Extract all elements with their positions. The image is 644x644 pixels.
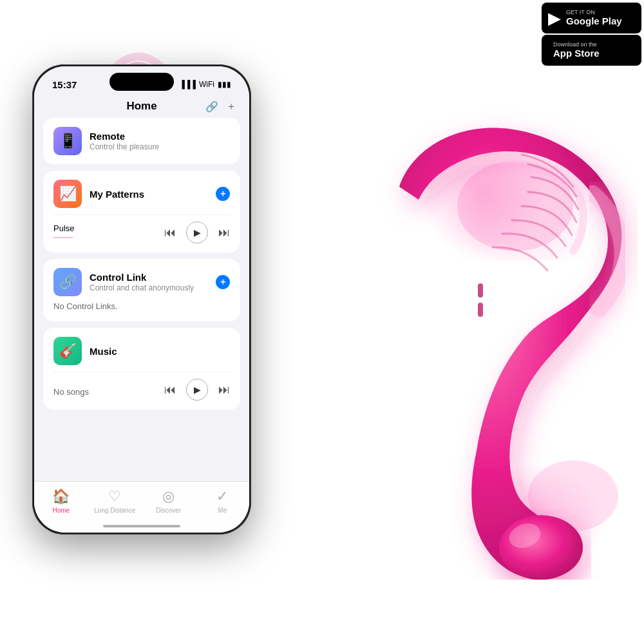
control-icon: 🔗 bbox=[53, 268, 82, 296]
nav-header: Home 🔗 ＋ bbox=[34, 95, 249, 118]
svg-point-4 bbox=[506, 520, 544, 553]
music-icon: 🎸 bbox=[53, 337, 82, 365]
long-distance-tab-icon: ♡ bbox=[108, 488, 121, 505]
control-link-card[interactable]: 🔗 Control Link Control and chat anonymou… bbox=[43, 259, 240, 321]
patterns-add-button[interactable]: ＋ bbox=[216, 187, 230, 201]
no-songs-text: No songs bbox=[53, 382, 89, 398]
phone-container: 15:37 ▐▐▐ WiFi ▮▮▮ Home 🔗 ＋ bbox=[32, 64, 251, 535]
link-icon[interactable]: 🔗 bbox=[205, 100, 218, 113]
music-card[interactable]: 🎸 Music No songs ⏮ ▶ ⏭ bbox=[43, 328, 240, 410]
tab-me[interactable]: ✓ Me bbox=[196, 488, 250, 514]
control-title: Control Link bbox=[90, 272, 208, 283]
svg-point-2 bbox=[528, 460, 618, 531]
status-icons: ▐▐▐ WiFi ▮▮▮ bbox=[179, 80, 231, 89]
svg-rect-6 bbox=[478, 303, 483, 317]
google-play-big-text: Google Play bbox=[566, 15, 622, 27]
prev-button[interactable]: ⏮ bbox=[164, 226, 176, 240]
music-next-button[interactable]: ⏭ bbox=[218, 383, 230, 397]
nav-title: Home bbox=[126, 100, 156, 113]
google-play-small-text: GET IT ON bbox=[566, 9, 622, 16]
dynamic-island bbox=[109, 73, 174, 91]
play-button[interactable]: ▶ bbox=[186, 222, 208, 243]
tab-long-distance[interactable]: ♡ Long Distance bbox=[88, 488, 142, 514]
nav-actions: 🔗 ＋ bbox=[205, 100, 236, 113]
phone-scroll: 📱 Remote Control the pleasure 📈 My Patte… bbox=[34, 118, 249, 485]
product-glow-bottom bbox=[464, 464, 605, 580]
long-distance-tab-label: Long Distance bbox=[94, 507, 135, 514]
music-title: Music bbox=[90, 346, 230, 357]
add-icon[interactable]: ＋ bbox=[226, 100, 236, 113]
app-store-big-text: App Store bbox=[553, 48, 600, 59]
patterns-icon: 📈 bbox=[53, 180, 82, 208]
product-glow-top bbox=[419, 129, 547, 258]
home-indicator bbox=[103, 525, 180, 527]
battery-icon: ▮▮▮ bbox=[218, 80, 231, 89]
status-time: 15:37 bbox=[52, 79, 77, 90]
remote-icon: 📱 bbox=[53, 127, 82, 155]
control-subtitle: Control and chat anonymously bbox=[90, 283, 208, 292]
discover-tab-label: Discover bbox=[156, 507, 181, 514]
me-tab-label: Me bbox=[218, 507, 227, 514]
pattern-wave: 〰〰〰 bbox=[53, 234, 92, 242]
control-add-button[interactable]: ＋ bbox=[216, 275, 230, 289]
store-badges: ▶ GET IT ON Google Play Download on the … bbox=[539, 0, 644, 68]
pattern-name: Pulse bbox=[53, 223, 92, 233]
home-tab-icon: 🏠 bbox=[52, 488, 70, 505]
remote-title: Remote bbox=[90, 131, 230, 142]
patterns-card[interactable]: 📈 My Patterns ＋ Pulse 〰〰〰 ⏮ ▶ bbox=[43, 171, 240, 252]
phone-screen: 15:37 ▐▐▐ WiFi ▮▮▮ Home 🔗 ＋ bbox=[34, 66, 249, 533]
patterns-title: My Patterns bbox=[90, 189, 208, 200]
phone-outer: 15:37 ▐▐▐ WiFi ▮▮▮ Home 🔗 ＋ bbox=[32, 64, 251, 535]
tab-home[interactable]: 🏠 Home bbox=[34, 488, 88, 514]
music-prev-button[interactable]: ⏮ bbox=[164, 383, 176, 397]
music-play-button[interactable]: ▶ bbox=[186, 379, 208, 401]
no-control-links-text: No Control Links. bbox=[53, 296, 230, 312]
svg-point-3 bbox=[499, 515, 583, 580]
wifi-icon: WiFi bbox=[199, 80, 214, 89]
tab-discover[interactable]: ◎ Discover bbox=[142, 488, 196, 514]
signal-icon: ▐▐▐ bbox=[179, 80, 196, 89]
next-button[interactable]: ⏭ bbox=[218, 226, 230, 240]
google-play-icon: ▶ bbox=[548, 10, 561, 26]
discover-tab-icon: ◎ bbox=[162, 488, 175, 505]
music-controls: ⏮ ▶ ⏭ bbox=[164, 379, 230, 401]
svg-point-1 bbox=[457, 161, 573, 251]
me-tab-icon: ✓ bbox=[216, 488, 228, 505]
home-tab-label: Home bbox=[52, 507, 70, 514]
product-image bbox=[303, 97, 638, 580]
app-store-small-text: Download on the bbox=[553, 41, 600, 48]
pattern-controls: ⏮ ▶ ⏭ bbox=[164, 222, 230, 243]
svg-rect-5 bbox=[478, 283, 483, 298]
google-play-badge[interactable]: ▶ GET IT ON Google Play bbox=[542, 3, 641, 33]
remote-subtitle: Control the pleasure bbox=[90, 142, 230, 151]
remote-card[interactable]: 📱 Remote Control the pleasure bbox=[43, 118, 240, 164]
app-store-badge[interactable]: Download on the App Store bbox=[542, 35, 641, 66]
